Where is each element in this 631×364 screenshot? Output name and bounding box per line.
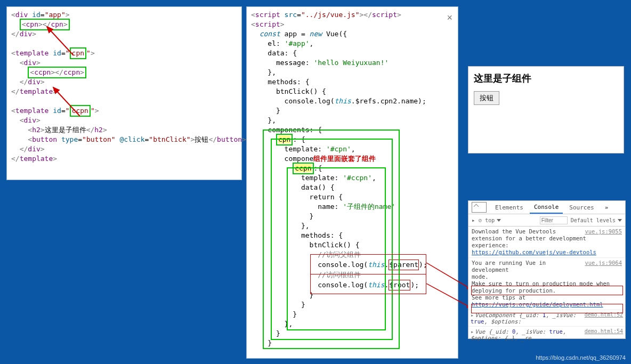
cpn-key-highlight: cpn xyxy=(276,134,293,145)
ccpn-key-highlight: ccpn xyxy=(293,163,313,174)
sidebar-toggle-icon[interactable]: ▸ xyxy=(472,217,475,224)
left-code-panel: <div id="app"> <cpn></cpn> </div> <templ… xyxy=(6,6,242,180)
inspect-icon[interactable] xyxy=(472,202,487,213)
console-message-devtools: vue.js:9055 Download the Vue Devtools ex… xyxy=(468,227,625,257)
ccpn-tag-highlight: <ccpn></ccpn> xyxy=(28,67,86,78)
console-toolbar: ▸ ⊘ top Default levels xyxy=(468,214,625,227)
deploy-link[interactable]: https://vuejs.org/guide/deployment.html xyxy=(472,301,603,308)
levels-dropdown[interactable]: Default levels xyxy=(571,217,622,223)
watermark: https://blog.csdn.net/qq_36260974 xyxy=(536,354,626,361)
tabs-overflow-icon[interactable]: » xyxy=(601,202,613,213)
annotation-nested: 组件里面嵌套了组件 xyxy=(313,155,376,163)
devtools-link[interactable]: https://github.com/vuejs/vue-devtools xyxy=(472,249,596,255)
expand-arrow-icon[interactable]: ▸ xyxy=(471,312,474,318)
mid-code: <script src="../js/vue.js"></script> <sc… xyxy=(247,7,458,351)
parent-highlight: $parent xyxy=(389,260,419,270)
tab-elements[interactable]: Elements xyxy=(491,202,528,213)
tab-console[interactable]: Console xyxy=(530,201,563,214)
chevron-down-icon xyxy=(618,219,622,222)
clear-console-icon[interactable]: ⊘ xyxy=(479,217,482,224)
console-row-vuecomponent[interactable]: demo.html:52 ▸VueComponent {_uid: 1, _is… xyxy=(468,310,625,326)
console-row-vue[interactable]: demo.html:54 ▸Vue {_uid: 0, _isVue: true… xyxy=(468,326,625,343)
cpn-id-highlight: cpn xyxy=(70,47,86,59)
app-preview: 这里是子组件 按钮 xyxy=(468,66,624,153)
child-button[interactable]: 按钮 xyxy=(474,91,499,105)
left-code: <div id="app"> <cpn></cpn> </div> <templ… xyxy=(7,7,241,167)
console-message-devmode: vue.js:9064 You are running Vue in devel… xyxy=(468,257,625,310)
chevron-down-icon xyxy=(497,219,501,222)
source-link[interactable]: vue.js:9064 xyxy=(585,260,622,266)
context-dropdown[interactable]: top xyxy=(485,217,501,223)
ccpn-id-highlight: ccpn xyxy=(70,105,91,117)
tab-sources[interactable]: Sources xyxy=(565,202,598,213)
root-highlight: $root xyxy=(389,280,410,290)
filter-input[interactable] xyxy=(540,216,568,224)
close-icon[interactable]: × xyxy=(447,12,452,23)
devtools-tabs: Elements Console Sources » xyxy=(468,201,625,214)
devtools-panel: Elements Console Sources » ▸ ⊘ top Defau… xyxy=(468,200,626,339)
source-link[interactable]: vue.js:9055 xyxy=(585,228,622,235)
mid-code-panel: × <script src="../js/vue.js"></script> <… xyxy=(246,6,458,359)
cpn-tag-highlight: <cpn></cpn> xyxy=(20,19,70,30)
expand-arrow-icon[interactable]: ▸ xyxy=(471,328,474,335)
child-heading: 这里是子组件 xyxy=(474,72,618,85)
